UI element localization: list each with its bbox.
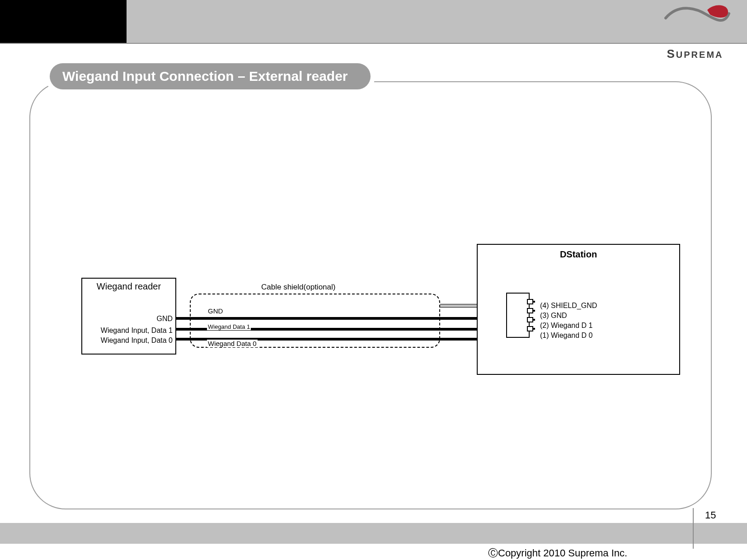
header-divider xyxy=(0,43,747,44)
wire-label-gnd: GND xyxy=(207,307,224,315)
dstation-pin-4: (4) SHIELD_GND xyxy=(540,302,597,310)
wiegand-reader-title: Wiegand reader xyxy=(82,281,175,292)
logo-swoosh-icon xyxy=(657,5,733,24)
wiegand-reader-box: Wiegand reader GND Wiegand Input, Data 1… xyxy=(81,278,176,355)
wire-gnd xyxy=(176,317,506,320)
cable-shield-label: Cable shield(optional) xyxy=(261,283,335,292)
reader-pin-data0: Wiegand Input, Data 0 xyxy=(101,336,173,345)
footer-bar xyxy=(0,523,747,544)
section-title-text: Wiegand Input Connection – External read… xyxy=(62,69,348,84)
wiring-diagram: Wiegand reader GND Wiegand Input, Data 1… xyxy=(50,244,682,388)
header-bar: SUPREMA xyxy=(0,0,747,43)
page-number: 15 xyxy=(705,509,716,521)
connector-block xyxy=(506,293,530,338)
reader-pin-data1: Wiegand Input, Data 1 xyxy=(101,327,173,335)
logo-text: SUPREMA xyxy=(657,47,733,61)
footer-separator xyxy=(693,508,694,549)
logo: SUPREMA xyxy=(657,5,733,41)
reader-pin-gnd: GND xyxy=(156,315,173,323)
wire-label-data0: Wiegand Data 0 xyxy=(207,340,258,347)
dstation-pin-1: (1) Wiegand D 0 xyxy=(540,331,593,340)
section-title: Wiegand Input Connection – External read… xyxy=(50,63,371,89)
copyright-text: ⒸCopyright 2010 Suprema Inc. xyxy=(488,546,627,560)
dstation-title: DStation xyxy=(478,249,679,260)
dstation-pin-2: (2) Wiegand D 1 xyxy=(540,322,593,330)
header-black-block xyxy=(0,0,127,43)
wire-label-data1: Wiegand Data 1 xyxy=(207,323,251,330)
dstation-pin-3: (3) GND xyxy=(540,312,567,320)
